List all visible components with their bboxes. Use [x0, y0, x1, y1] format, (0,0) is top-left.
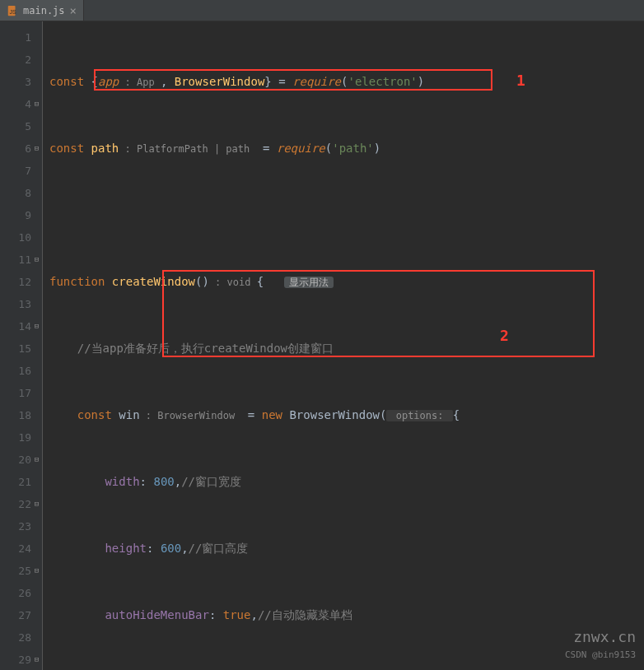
usage-hint-button[interactable]: 显示用法	[284, 277, 334, 288]
line-number: 24	[0, 537, 31, 560]
line-number: 26	[0, 582, 31, 604]
line-number: 19	[0, 426, 31, 449]
fold-toggle-icon[interactable]: ⊟	[31, 449, 42, 471]
line-number: 4	[0, 93, 31, 115]
line-number: 12	[0, 271, 31, 293]
line-number: 13	[0, 293, 31, 315]
line-number: 2	[0, 49, 31, 71]
line-number: 21	[0, 471, 31, 493]
line-number: 6	[0, 137, 31, 160]
watermark-credit: CSDN @bin9153	[565, 649, 636, 660]
line-number: 15	[0, 337, 31, 360]
line-number: 8	[0, 182, 31, 204]
watermark-logo: znwx.cn	[573, 628, 636, 645]
fold-toggle-icon[interactable]: ⊟	[31, 249, 42, 271]
line-number: 10	[0, 226, 31, 249]
fold-toggle-icon[interactable]: ⊟	[31, 315, 42, 337]
line-number: 28	[0, 626, 31, 649]
line-number: 27	[0, 604, 31, 626]
line-number: 5	[0, 115, 31, 137]
fold-toggle-icon[interactable]: ⊟	[31, 560, 42, 582]
file-tab[interactable]: JS main.js ×	[0, 0, 84, 21]
fold-toggle-icon[interactable]: ⊟	[31, 493, 42, 515]
line-number: 3	[0, 71, 31, 93]
code-area[interactable]: const {app : App , BrowserWindow} = requ…	[43, 21, 644, 670]
line-number: 1	[0, 26, 31, 49]
line-number-gutter: 1234567891011121314151617181920212223242…	[0, 21, 31, 670]
line-number: 9	[0, 204, 31, 226]
annotation-label-2: 2	[500, 324, 509, 347]
annotation-label-1: 1	[516, 69, 525, 91]
tab-bar: JS main.js ×	[0, 0, 644, 21]
line-number: 22	[0, 493, 31, 515]
fold-toggle-icon[interactable]: ⊟	[31, 93, 42, 115]
line-number: 18	[0, 404, 31, 426]
fold-toggle-icon[interactable]: ⊟	[31, 649, 42, 670]
editor-area: 1234567891011121314151617181920212223242…	[0, 21, 644, 670]
fold-toggle-icon[interactable]: ⊟	[31, 137, 42, 160]
line-number: 29	[0, 649, 31, 670]
fold-gutter: ⊟⊟⊟⊟⊟⊟⊟⊟	[31, 21, 43, 670]
tab-close-icon[interactable]: ×	[70, 5, 77, 16]
line-number: 14	[0, 315, 31, 337]
line-number: 20	[0, 449, 31, 471]
line-number: 7	[0, 160, 31, 182]
line-number: 16	[0, 360, 31, 382]
js-file-icon: JS	[7, 5, 18, 16]
line-number: 17	[0, 382, 31, 404]
svg-text:JS: JS	[10, 8, 17, 14]
line-number: 11	[0, 249, 31, 271]
line-number: 25	[0, 560, 31, 582]
line-number: 23	[0, 515, 31, 537]
tab-label: main.js	[23, 5, 65, 16]
